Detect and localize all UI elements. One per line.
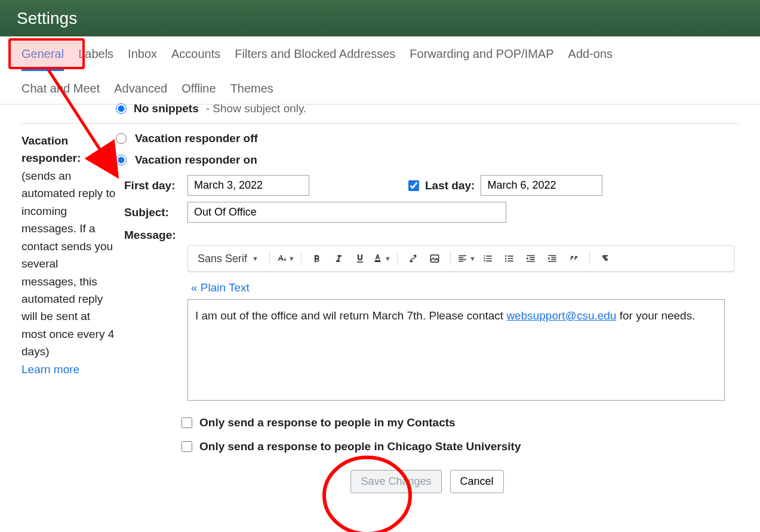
- vacation-desc: (sends an automated reply to incoming me…: [21, 167, 116, 361]
- toolbar-separator: [589, 251, 590, 266]
- plain-text-link[interactable]: « Plain Text: [191, 281, 250, 294]
- align-icon[interactable]: ▼: [457, 250, 476, 267]
- responder-off-radio[interactable]: [116, 133, 127, 144]
- message-row: Message:: [124, 229, 739, 242]
- responder-on-radio[interactable]: [116, 155, 127, 165]
- tab-addons[interactable]: Add-ons: [568, 44, 613, 71]
- last-day-input[interactable]: [481, 175, 602, 196]
- vacation-right: Vacation responder off Vacation responde…: [116, 132, 739, 499]
- tab-general[interactable]: General: [21, 44, 64, 71]
- tab-filters[interactable]: Filters and Blocked Addresses: [235, 44, 395, 71]
- vacation-title: Vacation responder:: [21, 132, 116, 167]
- responder-off-row: Vacation responder off: [116, 132, 739, 145]
- message-body-post: for your needs.: [616, 309, 695, 322]
- vacation-left: Vacation responder: (sends an automated …: [21, 132, 116, 499]
- indent-more-icon[interactable]: [543, 250, 562, 267]
- responder-on-row: Vacation responder on: [116, 153, 739, 167]
- bold-icon[interactable]: [307, 250, 327, 267]
- toolbar-separator: [450, 251, 451, 266]
- last-day-wrap: Last day:: [408, 175, 602, 196]
- svg-point-2: [505, 258, 507, 260]
- image-icon[interactable]: [425, 250, 444, 267]
- tab-inbox[interactable]: Inbox: [128, 44, 157, 71]
- subject-input[interactable]: [187, 202, 506, 223]
- only-org-label: Only send a response to people in Chicag…: [199, 440, 521, 453]
- tab-forwarding[interactable]: Forwarding and POP/IMAP: [410, 44, 553, 71]
- tab-themes[interactable]: Themes: [230, 78, 273, 104]
- settings-tabs: General Labels Inbox Accounts Filters an…: [0, 36, 760, 104]
- no-snippets-label: No snippets: [134, 103, 199, 115]
- message-body-link[interactable]: websupport@csu.edu: [506, 309, 616, 322]
- quote-icon[interactable]: [564, 250, 583, 267]
- text-color-icon[interactable]: ▼: [372, 250, 391, 267]
- toolbar-separator: [301, 251, 301, 266]
- tabs-row-1: General Labels Inbox Accounts Filters an…: [12, 36, 748, 71]
- only-contacts-row: Only send a response to people in my Con…: [181, 416, 739, 429]
- save-button[interactable]: Save Changes: [350, 470, 441, 493]
- caret-down-icon: ▼: [288, 255, 295, 262]
- message-body-pre: I am out of the office and wil return Ma…: [195, 309, 506, 322]
- svg-rect-0: [430, 255, 438, 262]
- subject-label: Subject:: [124, 206, 178, 219]
- no-snippets-sub: - Show subject only.: [206, 103, 307, 115]
- link-icon[interactable]: [404, 250, 423, 267]
- page-title: Settings: [17, 9, 77, 28]
- first-day-row: First day: Last day:: [124, 175, 739, 196]
- tab-accounts[interactable]: Accounts: [171, 44, 220, 71]
- first-day-input[interactable]: [187, 175, 309, 196]
- font-family-select[interactable]: Sans Serif ▼: [193, 250, 263, 267]
- cancel-button[interactable]: Cancel: [450, 470, 504, 493]
- last-day-label: Last day:: [425, 179, 475, 192]
- responder-off-label: Vacation responder off: [135, 132, 258, 145]
- vacation-section: Vacation responder: (sends an automated …: [21, 124, 739, 499]
- last-day-checkbox[interactable]: [408, 180, 419, 191]
- only-org-checkbox[interactable]: [181, 441, 192, 452]
- italic-icon[interactable]: [329, 250, 348, 267]
- numbered-list-icon[interactable]: [478, 250, 497, 267]
- svg-point-3: [505, 260, 507, 262]
- message-editor[interactable]: I am out of the office and wil return Ma…: [187, 299, 725, 401]
- only-org-row: Only send a response to people in Chicag…: [181, 440, 739, 453]
- tab-advanced[interactable]: Advanced: [114, 78, 167, 104]
- font-name: Sans Serif: [198, 253, 247, 265]
- underline-icon[interactable]: [350, 250, 370, 267]
- bullet-list-icon[interactable]: [500, 250, 519, 267]
- svg-point-1: [505, 256, 507, 257]
- indent-less-icon[interactable]: [521, 250, 540, 267]
- message-block: Sans Serif ▼ ▼ ▼: [187, 245, 739, 493]
- header-bar: Settings: [0, 0, 760, 36]
- responder-on-label: Vacation responder on: [135, 153, 257, 167]
- remove-format-icon[interactable]: [596, 250, 615, 267]
- learn-more-link[interactable]: Learn more: [21, 363, 79, 376]
- caret-down-icon: ▼: [252, 255, 259, 262]
- no-snippets-radio[interactable]: [116, 103, 127, 114]
- font-size-icon[interactable]: ▼: [276, 250, 295, 267]
- only-contacts-checkbox[interactable]: [181, 417, 192, 428]
- caret-down-icon: ▼: [384, 255, 391, 262]
- only-contacts-label: Only send a response to people in my Con…: [199, 416, 456, 429]
- tab-chat-meet[interactable]: Chat and Meet: [21, 78, 100, 104]
- snippet-option-row: No snippets - Show subject only.: [21, 103, 739, 124]
- tabs-row-2: Chat and Meet Advanced Offline Themes: [12, 71, 748, 104]
- button-row: Save Changes Cancel: [116, 470, 739, 493]
- content-area: No snippets - Show subject only. Vacatio…: [0, 103, 760, 511]
- tab-offline[interactable]: Offline: [181, 78, 216, 104]
- toolbar-separator: [397, 251, 398, 266]
- message-label: Message:: [124, 229, 178, 242]
- toolbar-separator: [269, 251, 270, 266]
- editor-toolbar: Sans Serif ▼ ▼ ▼: [187, 245, 734, 272]
- tab-labels[interactable]: Labels: [78, 44, 113, 71]
- first-day-label: First day:: [124, 179, 178, 192]
- subject-row: Subject:: [124, 202, 739, 223]
- caret-down-icon: ▼: [469, 255, 476, 262]
